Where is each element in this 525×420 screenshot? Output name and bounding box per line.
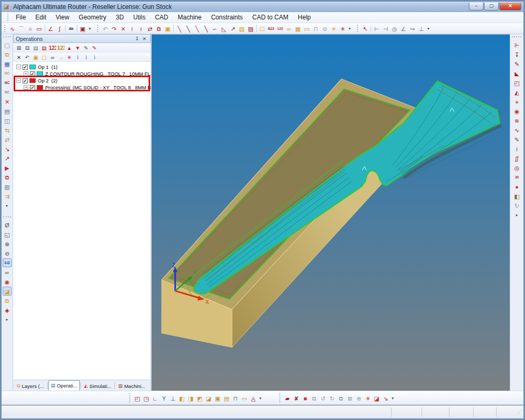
chevron-down-icon[interactable]: ▾	[87, 24, 92, 33]
measure-angle-icon[interactable]: ∠	[399, 24, 408, 33]
ball-nose-icon[interactable]: ●	[512, 97, 521, 106]
number-b23-icon[interactable]: B23	[267, 24, 276, 33]
chevron-more-icon[interactable]: ▸	[514, 211, 520, 219]
iso-view-2-icon[interactable]: ◨	[186, 394, 195, 403]
group-icon[interactable]: ▦	[293, 24, 302, 33]
explode-all-icon[interactable]: ✳	[338, 24, 347, 33]
edit-toolpath-icon[interactable]: ✎	[512, 59, 521, 68]
lock-icon[interactable]: ▣	[32, 53, 40, 61]
output-cad-icon[interactable]: ↗	[3, 154, 12, 163]
move-copy-icon[interactable]: ⇄	[145, 24, 154, 33]
expand-icon[interactable]: +	[24, 71, 28, 76]
fixture-icon[interactable]: ◧	[512, 192, 521, 201]
edit-polyline-icon[interactable]: ≀	[136, 24, 145, 33]
stop-sim-icon[interactable]: ●	[512, 182, 521, 191]
operation-row[interactable]: −✓Op 1 (1)	[13, 64, 151, 70]
operation-label[interactable]: Z CONTOUR ROUGHING TOOL 7 10MM FLAT	[45, 71, 151, 77]
hatch-edit-icon[interactable]: ▨	[246, 24, 255, 33]
delete-list-icon[interactable]: ▤	[40, 44, 48, 52]
tool-vectors-icon[interactable]: ↘	[381, 394, 390, 403]
circle-icon[interactable]: ○	[26, 24, 35, 33]
auto-sketch-icon[interactable]: ∿	[8, 24, 17, 33]
resize-grip[interactable]: ⋰	[516, 406, 523, 418]
title-bar[interactable]: ◪ Alphacam Ultimate Router - Reseller Li…	[2, 2, 523, 12]
iso-view-5-icon[interactable]: ▣	[213, 394, 222, 403]
tab-simulati[interactable]: ◭Simulati...	[81, 381, 114, 391]
zoom-undo-icon[interactable]: Ø	[3, 220, 12, 229]
radial-mill-icon[interactable]: ◎	[512, 163, 521, 172]
record-icon[interactable]: ■	[301, 394, 310, 403]
contour-3d-icon[interactable]: ∿	[512, 125, 521, 134]
menu-item-utils[interactable]: Utils	[129, 13, 150, 22]
redraw-icon[interactable]: ◈	[3, 306, 12, 314]
chevron-more-icon[interactable]: ▸	[5, 315, 10, 324]
tool-info-icon[interactable]: i	[74, 53, 82, 61]
open-box-icon[interactable]: ☐	[258, 24, 267, 33]
menu-item-3d[interactable]: 3D	[111, 13, 129, 22]
text-icon[interactable]: Ab	[67, 24, 76, 33]
break-icon[interactable]: ╲	[184, 24, 193, 33]
rotate-left-icon[interactable]: ↺	[319, 394, 328, 403]
run-post-icon[interactable]: ▶	[3, 163, 12, 172]
cpl-xy-icon[interactable]: ∟	[151, 394, 160, 403]
renumber-icon[interactable]: 123	[48, 44, 57, 52]
toolpath-row[interactable]: +✓Z CONTOUR ROUGHING TOOL 7 10MM FLAT	[13, 70, 151, 77]
close-icon[interactable]: ✕	[141, 36, 148, 41]
open-drawing-icon[interactable]: ⧉	[3, 50, 12, 59]
copy-screen-icon[interactable]: ⧉	[337, 394, 345, 403]
maximize-button[interactable]: ▢	[484, 3, 499, 10]
project-flat-icon[interactable]: ⊓	[311, 24, 320, 33]
open-project-icon[interactable]: ⧉	[3, 173, 12, 182]
edit-operation-icon[interactable]: ✎	[82, 44, 90, 52]
page-setup-icon[interactable]: ▥	[3, 182, 12, 191]
perspective-icon[interactable]: ◬	[249, 394, 258, 403]
chevron-down-icon[interactable]: ▾	[258, 394, 263, 403]
print-icon[interactable]: ▤	[3, 107, 12, 116]
stock-wire-icon[interactable]: ◳	[142, 394, 151, 403]
layers-view-icon[interactable]: ⧉	[3, 296, 12, 305]
measure-center-icon[interactable]: ◎	[390, 24, 399, 33]
chevron-down-icon[interactable]: ▾	[347, 24, 352, 33]
menu-item-cad[interactable]: CAD	[150, 13, 173, 22]
iso-view-3-icon[interactable]: ◩	[195, 394, 204, 403]
extend-icon[interactable]: ╲	[193, 24, 202, 33]
surface-machine-icon[interactable]: ◉	[512, 107, 521, 116]
c30-icon[interactable]: 30	[512, 173, 521, 182]
operations-panel-header[interactable]: Operations ↧ ✕	[13, 34, 151, 43]
measure-perpendicular-icon[interactable]: ⊥	[417, 24, 426, 33]
operation-info-icon[interactable]: i	[82, 53, 90, 61]
delete-file-icon[interactable]: ✕	[3, 97, 12, 106]
solid-extract-icon[interactable]: ◰	[133, 394, 142, 403]
transfer-icon[interactable]: ⇉	[3, 192, 12, 201]
resequence-icon[interactable]: 123	[57, 44, 65, 52]
rotate-right-icon[interactable]: ↻	[328, 394, 337, 403]
strike-icon[interactable]: ⊘	[320, 24, 329, 33]
menu-item-cad-to-cam[interactable]: CAD to CAM	[248, 13, 293, 22]
save-nc-icon[interactable]: NC	[3, 78, 12, 87]
undo-operation-icon[interactable]: ↶	[23, 53, 32, 61]
chain-link-icon[interactable]: ∞	[285, 24, 293, 33]
insert-operation-icon[interactable]: ⊞	[15, 44, 23, 52]
render-icon[interactable]: ◉	[3, 277, 12, 286]
menu-item-machine[interactable]: Machine	[173, 13, 206, 22]
measure-length-icon[interactable]: ⊢	[372, 24, 381, 33]
iso-view-4-icon[interactable]: ◪	[204, 394, 213, 403]
redo-icon[interactable]: ↷	[110, 24, 119, 33]
simulate-solid-icon[interactable]: ◪	[372, 394, 381, 403]
operation-checkbox[interactable]: ✓	[30, 85, 35, 90]
menu-item-view[interactable]: View	[51, 13, 74, 22]
tool-library-icon[interactable]: ⊩	[512, 40, 521, 49]
delete-screen-icon[interactable]: ⊠	[345, 394, 354, 403]
chamfer-icon[interactable]: ◺	[219, 24, 228, 33]
minimize-button[interactable]: –	[469, 3, 484, 10]
bound-box-icon[interactable]: ▣	[78, 24, 87, 33]
image-icon[interactable]: ▣	[163, 24, 172, 33]
cut-icon[interactable]: ╲	[202, 24, 211, 33]
pencil-mill-icon[interactable]: ✎	[512, 135, 521, 144]
import-file-icon[interactable]: ⇆	[3, 125, 12, 134]
triad-work-icon[interactable]: ⊥	[169, 394, 177, 403]
tab-operati[interactable]: ▤Operati...	[48, 380, 80, 391]
delete-operation-icon[interactable]: ✕	[15, 53, 23, 61]
frame-icon[interactable]: ▭	[302, 24, 311, 33]
view-3d-icon[interactable]: 3-D	[3, 258, 12, 267]
